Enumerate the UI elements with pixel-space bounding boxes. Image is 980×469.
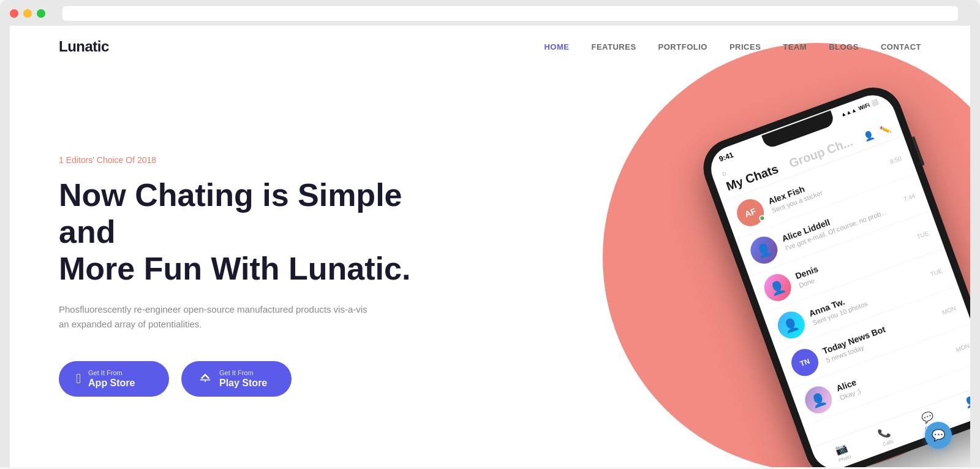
chat-fab-button[interactable]: 💬 bbox=[925, 422, 952, 449]
appstore-label-main: App Store bbox=[88, 378, 135, 388]
phone-nav-calls[interactable]: 📞 Calls bbox=[876, 425, 894, 448]
user-icon[interactable]: 👤 bbox=[862, 129, 875, 142]
fab-icon: 💬 bbox=[932, 429, 945, 442]
avatar-alice: 👤 bbox=[801, 383, 835, 417]
chat-time: MON bbox=[941, 304, 957, 315]
nav-portfolio[interactable]: PORTFOLIO bbox=[658, 42, 707, 51]
camera-icon: 📷 bbox=[834, 441, 849, 457]
android-icon bbox=[198, 370, 212, 387]
chat-time: 8:50 bbox=[889, 154, 902, 165]
appstore-label-top: Get It From bbox=[88, 370, 135, 376]
dot-green[interactable] bbox=[37, 9, 45, 18]
avatar-anna: 👤 bbox=[774, 308, 809, 342]
battery-icon: ⬜ bbox=[871, 99, 880, 107]
appstore-button[interactable]:  Get It From App Store bbox=[59, 361, 169, 397]
hero-content: 1 Editors' Choice Of 2018 Now Chating is… bbox=[59, 155, 490, 396]
playstore-label-main: Play Store bbox=[219, 378, 267, 388]
signal-icon: ▲▲▲ bbox=[840, 107, 858, 118]
avatar-alice-liddell: 👤 bbox=[747, 233, 781, 267]
phone-nav-me[interactable]: 👤 Me bbox=[963, 394, 970, 416]
hero-section: 1 Editors' Choice Of 2018 Now Chating is… bbox=[10, 67, 970, 460]
cta-buttons:  Get It From App Store bbox=[59, 361, 466, 397]
dot-yellow[interactable] bbox=[23, 9, 32, 18]
playstore-label-top: Get It From bbox=[219, 370, 267, 376]
phone-nav-label: Calls bbox=[882, 438, 894, 448]
online-indicator bbox=[758, 214, 766, 222]
dot-red[interactable] bbox=[10, 9, 18, 18]
chat-time: MON bbox=[955, 342, 970, 353]
hero-tagline: 1 Editors' Choice Of 2018 bbox=[59, 155, 466, 165]
avatar-news-bot: TN bbox=[788, 345, 822, 379]
compose-icon[interactable]: ✏️ bbox=[879, 123, 892, 135]
avatar-denis: 👤 bbox=[760, 270, 794, 305]
nav-links: HOME FEATURES PORTFOLIO PRICES TEAM BLOG… bbox=[544, 41, 921, 52]
main-page: Lunatic HOME FEATURES PORTFOLIO PRICES T… bbox=[10, 26, 970, 467]
apple-icon:  bbox=[76, 371, 81, 387]
nav-blogs[interactable]: BLOGS bbox=[829, 42, 859, 51]
chat-time: TUE bbox=[929, 267, 943, 277]
nav-prices[interactable]: PRICES bbox=[729, 42, 761, 51]
nav-contact[interactable]: CONTACT bbox=[881, 42, 921, 51]
chat-time: 7:44 bbox=[902, 192, 916, 202]
avatar-alex: AF bbox=[733, 196, 767, 230]
nav-team[interactable]: TEAM bbox=[783, 42, 807, 51]
calls-icon: 📞 bbox=[876, 425, 892, 441]
wifi-icon: WiFi bbox=[858, 102, 870, 112]
hero-visual: 9:41 ▲▲▲ WiFi ⬜ ⌕ bbox=[490, 92, 921, 460]
navbar: Lunatic HOME FEATURES PORTFOLIO PRICES T… bbox=[10, 26, 970, 67]
nav-home[interactable]: HOME bbox=[544, 42, 569, 51]
address-bar[interactable] bbox=[62, 6, 958, 21]
svg-rect-1 bbox=[205, 380, 206, 382]
nav-features[interactable]: FEATURES bbox=[591, 42, 636, 51]
hero-title-line2: More Fun With Lunatic. bbox=[59, 251, 410, 286]
phone-nav-photo[interactable]: 📷 Photo bbox=[833, 441, 851, 463]
hero-title: Now Chating is Simple and More Fun With … bbox=[59, 177, 466, 287]
chat-header-icons: 👤 ✏️ bbox=[862, 123, 892, 142]
hero-description: Phosfluorescently re-engineer open-sourc… bbox=[59, 302, 377, 332]
svg-rect-0 bbox=[200, 379, 211, 380]
chat-time: TUE bbox=[916, 229, 930, 240]
logo: Lunatic bbox=[59, 38, 109, 55]
profile-icon: 👤 bbox=[963, 394, 970, 410]
hero-title-line1: Now Chating is Simple and bbox=[59, 177, 402, 250]
playstore-button[interactable]: Get It From Play Store bbox=[181, 361, 292, 397]
